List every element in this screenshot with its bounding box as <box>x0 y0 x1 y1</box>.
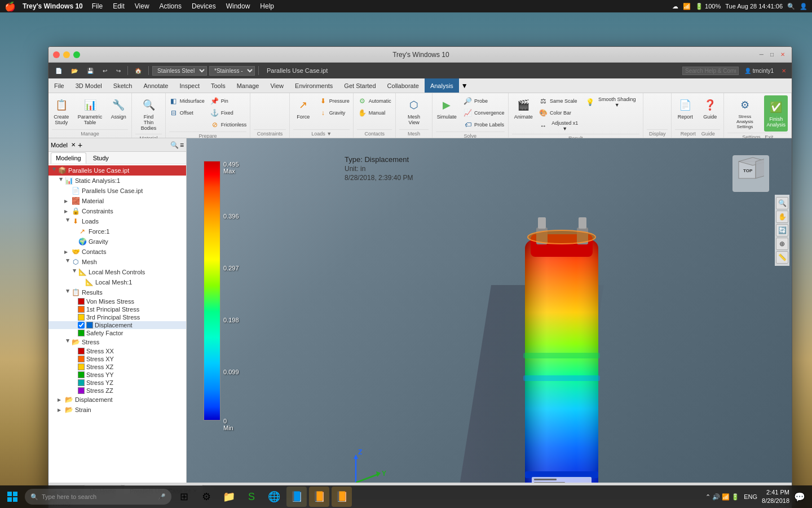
offset-btn[interactable]: ⊟ Offset <box>167 107 206 119</box>
fit-btn[interactable]: ⊕ <box>776 238 788 250</box>
task-view-btn[interactable]: ⊞ <box>174 487 194 507</box>
guide-btn[interactable]: ❓ Guide <box>699 95 721 121</box>
settings-taskbar-btn[interactable]: ⚙ <box>196 487 217 507</box>
convergence-btn[interactable]: 📈 Convergence <box>462 107 506 119</box>
menu-tools[interactable]: Tools <box>205 78 231 93</box>
menu-actions[interactable]: Actions <box>157 2 184 10</box>
study-tab[interactable]: Study <box>89 153 113 163</box>
app1-btn[interactable]: 📘 <box>286 487 307 507</box>
tree-1st-principal[interactable]: 1st Principal Stress <box>48 305 186 313</box>
close-doc[interactable]: ✕ <box>779 67 788 75</box>
menu-sketch[interactable]: Sketch <box>108 78 138 93</box>
stress-analysis-settings-btn[interactable]: ⚙ Stress AnalysisSettings <box>727 95 762 131</box>
panel-menu-btn[interactable]: ≡ <box>180 141 184 149</box>
same-scale-btn[interactable]: ⚖ Same Scale <box>537 95 582 107</box>
tree-static[interactable]: ▶ 📊 Static Analysis:1 <box>48 176 186 186</box>
toolbar-save[interactable]: 💾 <box>83 67 97 75</box>
start-button[interactable] <box>2 487 23 507</box>
tree-stress-folder[interactable]: ▶ 📂 Stress <box>48 337 186 347</box>
tree-results[interactable]: ▶ 📋 Results <box>48 287 186 297</box>
menu-getstarted[interactable]: Get Started <box>338 78 381 93</box>
menu-inspect[interactable]: Inspect <box>174 78 205 93</box>
menu-help[interactable]: Help <box>258 2 276 10</box>
tree-displacement-folder[interactable]: ▶ 📂 Displacement <box>48 395 186 405</box>
menu-window[interactable]: Window <box>224 2 253 10</box>
toolbar-new[interactable]: 📄 <box>52 67 65 75</box>
tree-stress-xz[interactable]: Stress XZ <box>48 363 186 371</box>
tree-material[interactable]: ▶ 🧱 Material <box>48 196 186 206</box>
tree-local-mesh-1[interactable]: 📐 Local Mesh:1 <box>48 277 186 287</box>
menu-3dmodel[interactable]: 3D Model <box>70 78 108 93</box>
midsurface-btn[interactable]: ◧ Midsurface <box>167 95 206 107</box>
color-bar-btn[interactable]: 🎨 Color Bar <box>537 107 582 119</box>
restore-win[interactable]: □ <box>768 50 776 59</box>
tree-local-mesh-controls[interactable]: ▶ 📐 Local Mesh Controls <box>48 267 186 277</box>
maximize-button[interactable] <box>73 51 80 58</box>
menu-collaborate[interactable]: Collaborate <box>382 78 425 93</box>
toolbar-open[interactable]: 📂 <box>68 67 81 75</box>
tree-mesh[interactable]: ▶ ⬡ Mesh <box>48 257 186 267</box>
app3-btn[interactable]: 📙 <box>332 487 352 507</box>
menu-analysis[interactable]: Analysis <box>425 78 459 93</box>
search-icon[interactable]: 🔍 <box>787 3 795 10</box>
displacement-checkbox[interactable] <box>78 322 85 329</box>
tree-safety-factor[interactable]: Safety Factor <box>48 329 186 337</box>
tree-strain[interactable]: ▶ 📂 Strain <box>48 405 186 415</box>
probe-btn[interactable]: 🔎 Probe <box>462 95 506 107</box>
tree-constraints[interactable]: ▶ 🔒 Constraints <box>48 206 186 216</box>
manual-btn[interactable]: ✋ Manual <box>356 107 393 119</box>
user-profile[interactable]: 👤 tmcinty1 <box>744 68 774 74</box>
material-selector[interactable]: Stainless Steel <box>152 66 207 76</box>
probe-labels-btn[interactable]: 🏷 Probe Labels <box>462 119 506 130</box>
parametric-table-btn[interactable]: 📊 ParametricTable <box>75 95 105 127</box>
zoom-btn[interactable]: 🔍 <box>776 197 788 209</box>
viewport[interactable]: Type: Displacement Unit: in 8/28/2018, 2… <box>187 138 792 483</box>
frictionless-btn[interactable]: ⊘ Frictionless <box>209 119 249 130</box>
create-study-btn[interactable]: 📋 CreateStudy <box>50 95 73 127</box>
close-win[interactable]: ✕ <box>778 50 787 59</box>
menu-devices[interactable]: Devices <box>189 2 218 10</box>
measure-btn[interactable]: 📏 <box>776 251 788 264</box>
fixed-btn[interactable]: ⚓ Fixed <box>209 107 249 119</box>
minimize-win[interactable]: ─ <box>757 50 766 59</box>
menu-view-app[interactable]: View <box>264 78 289 93</box>
tree-displacement[interactable]: Displacement <box>48 321 186 329</box>
finish-analysis-btn[interactable]: ✅ FinishAnalysis <box>764 95 788 132</box>
add-panel[interactable]: + <box>78 141 82 150</box>
tree-contacts[interactable]: ▶ 🤝 Contacts <box>48 247 186 257</box>
tree-3rd-principal[interactable]: 3rd Principal Stress <box>48 313 186 321</box>
tree-stress-xy[interactable]: Stress XY <box>48 355 186 363</box>
menu-view[interactable]: View <box>133 2 152 10</box>
tree-stress-zz[interactable]: Stress ZZ <box>48 387 186 395</box>
gravity-btn[interactable]: ↓ Gravity <box>317 107 351 119</box>
modeling-tab[interactable]: Modeling <box>51 152 86 164</box>
pan-btn[interactable]: ✋ <box>776 211 788 223</box>
search-panel-btn[interactable]: 🔍 <box>170 141 179 149</box>
chrome-btn[interactable]: 🌐 <box>264 487 284 507</box>
search-bar[interactable]: 🔍 Type here to search 🎤 <box>25 489 171 505</box>
close-panel[interactable]: ✕ <box>71 142 76 148</box>
smooth-shading-btn[interactable]: 💡 Smooth Shading ▼ <box>584 95 639 109</box>
tree-gravity[interactable]: 🌍 Gravity <box>48 237 186 247</box>
view-cube[interactable]: TOP <box>732 155 769 192</box>
menu-more[interactable]: ▼ <box>461 82 468 90</box>
apple-logo[interactable]: 🍎 <box>5 1 16 12</box>
close-button[interactable] <box>53 51 60 58</box>
app2-btn[interactable]: 📙 <box>309 487 329 507</box>
tree-stress-yz[interactable]: Stress YZ <box>48 379 186 387</box>
simulate-btn[interactable]: ▶ Simulate <box>434 95 460 121</box>
menu-annotate[interactable]: Annotate <box>138 78 174 93</box>
mesh-view-btn[interactable]: ⬡ Mesh View <box>399 95 428 127</box>
find-thin-btn[interactable]: 🔍 Find ThinBodies <box>135 95 162 133</box>
user-icon[interactable]: 👤 <box>800 3 807 10</box>
menu-file[interactable]: File <box>90 2 105 10</box>
wifi-icon[interactable]: 📶 <box>683 3 691 10</box>
tree-force1[interactable]: ↗ Force:1 <box>48 226 186 237</box>
tree-part[interactable]: 📄 Parallels Use Case.ipt <box>48 186 186 196</box>
toolbar-undo[interactable]: ↩ <box>99 67 111 75</box>
animate-btn[interactable]: 🎬 Animate <box>512 95 535 121</box>
explorer-btn[interactable]: 📁 <box>219 487 239 507</box>
search-commands[interactable] <box>682 67 739 75</box>
automatic-btn[interactable]: ⚙ Automatic <box>356 95 393 107</box>
force-btn[interactable]: ↗ Force <box>292 95 315 121</box>
